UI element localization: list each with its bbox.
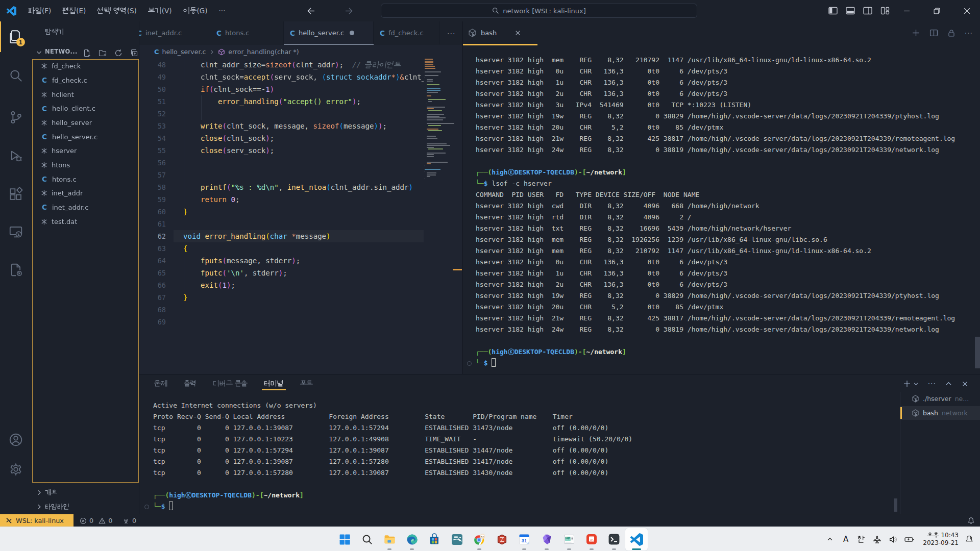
activity-search[interactable] bbox=[0, 60, 32, 91]
panel-tab-출력[interactable] bbox=[183, 375, 198, 392]
file-item-inet_addr.c[interactable]: Cinet_addr.c bbox=[32, 201, 139, 215]
panel-maximize-icon[interactable] bbox=[945, 380, 952, 388]
editor-tab-fd_check.c[interactable]: Cfd_check.c bbox=[374, 21, 440, 44]
panel-tab-포트[interactable] bbox=[299, 375, 314, 392]
code-editor[interactable]: C hello_server.c error_handling(char *) … bbox=[139, 45, 462, 374]
nav-back-button[interactable] bbox=[303, 3, 318, 18]
nav-forward-button[interactable] bbox=[341, 3, 357, 18]
lock-icon[interactable] bbox=[947, 29, 955, 37]
file-item-hserver[interactable]: hserver bbox=[32, 144, 139, 158]
hidden-icons-chevron[interactable] bbox=[826, 536, 834, 543]
tab-overflow-more[interactable]: ··· bbox=[447, 30, 455, 38]
taskbar-chrome[interactable] bbox=[468, 528, 491, 550]
breadcrumb[interactable]: C hello_server.c error_handling(char *) bbox=[154, 45, 299, 59]
taskbar-calendar[interactable]: 31 bbox=[513, 528, 535, 550]
file-item-inet_addr[interactable]: inet_addr bbox=[32, 186, 139, 201]
menu-item-1[interactable]: (E) bbox=[57, 4, 91, 18]
panel-tab-디버그 콘솔[interactable] bbox=[212, 375, 249, 392]
toggle-secondary-sidebar-icon[interactable] bbox=[863, 6, 873, 16]
minimap[interactable] bbox=[424, 59, 455, 374]
panel-terminal-scrollbar[interactable] bbox=[894, 498, 897, 512]
menu-item-3[interactable]: (V) bbox=[142, 4, 178, 18]
breadcrumb-file[interactable]: hello_server.c bbox=[162, 48, 206, 56]
taskbar-store[interactable] bbox=[423, 528, 446, 550]
file-item-hclient[interactable]: hclient bbox=[32, 87, 139, 102]
explorer-section-header[interactable]: NETWO... bbox=[32, 45, 139, 59]
more-actions-icon[interactable]: ··· bbox=[965, 29, 973, 37]
notifications-bell[interactable] bbox=[967, 514, 975, 527]
taskbar-notes[interactable] bbox=[580, 528, 603, 550]
battery-icon[interactable] bbox=[904, 535, 914, 544]
file-item-fd_check.c[interactable]: Cfd_check.c bbox=[32, 73, 139, 88]
airplane-icon[interactable] bbox=[873, 535, 881, 544]
activity-remote-explorer[interactable] bbox=[0, 217, 32, 247]
clock[interactable]: 10:43 2023-09-21 bbox=[923, 532, 959, 547]
terminal-scrollbar[interactable] bbox=[975, 337, 980, 368]
volume-icon[interactable] bbox=[889, 535, 897, 544]
problems-status[interactable]: 0 0 bbox=[80, 514, 112, 527]
refresh-button[interactable] bbox=[114, 47, 122, 57]
terminal-dropdown-icon[interactable] bbox=[913, 381, 919, 387]
panel-close-icon[interactable] bbox=[961, 380, 969, 388]
taskbar-start[interactable] bbox=[333, 528, 356, 550]
panel-more-icon[interactable]: ··· bbox=[928, 380, 936, 388]
file-item-fd_check[interactable]: fd_check bbox=[32, 59, 139, 73]
toggle-panel-icon[interactable] bbox=[845, 6, 855, 16]
file-item-test.dat[interactable]: test.dat bbox=[32, 214, 139, 229]
panel-tab-문제[interactable] bbox=[153, 375, 168, 392]
activity-run-debug[interactable] bbox=[0, 141, 32, 171]
menu-more[interactable]: ··· bbox=[213, 4, 231, 18]
command-decoration[interactable] bbox=[144, 505, 149, 509]
toggle-sidebar-icon[interactable] bbox=[828, 6, 838, 16]
taskbar-kali[interactable] bbox=[446, 528, 468, 550]
window-restore-button[interactable] bbox=[925, 0, 948, 21]
split-terminal-icon[interactable] bbox=[929, 29, 938, 37]
activity-extensions[interactable] bbox=[0, 179, 32, 210]
menu-item-4[interactable]: (G) bbox=[178, 4, 213, 18]
taskbar-edge[interactable] bbox=[401, 528, 423, 550]
editor-tab-htons.c[interactable]: Chtons.c bbox=[210, 21, 284, 44]
terminal-tab-bash[interactable]: bash bbox=[463, 21, 537, 44]
close-icon[interactable] bbox=[514, 29, 522, 37]
breadcrumb-symbol[interactable]: error_handling(char *) bbox=[228, 48, 299, 56]
outline-section[interactable] bbox=[32, 486, 139, 499]
taskbar-terminal[interactable] bbox=[603, 528, 625, 550]
taskbar-obsidian[interactable] bbox=[535, 528, 558, 550]
remote-indicator[interactable]: WSL: kali-linux bbox=[0, 514, 74, 527]
taskbar-explorer[interactable] bbox=[378, 528, 401, 550]
window-minimize-button[interactable] bbox=[895, 0, 918, 21]
activity-settings[interactable] bbox=[0, 454, 32, 485]
notification-bell-icon[interactable] bbox=[965, 535, 974, 544]
command-center[interactable]: network [WSL: kali-linux] bbox=[381, 4, 697, 18]
activity-wsl-targets[interactable] bbox=[0, 255, 32, 285]
ports-status[interactable]: 0 bbox=[122, 514, 136, 527]
new-terminal-icon[interactable] bbox=[903, 380, 911, 388]
file-item-hello_server[interactable]: hello_server bbox=[32, 116, 139, 130]
terminal-list-item-./hserver[interactable]: ./hserverne... bbox=[900, 392, 980, 406]
timeline-section[interactable] bbox=[32, 500, 139, 514]
menu-item-0[interactable]: (F) bbox=[22, 4, 57, 18]
modified-dot-icon[interactable] bbox=[350, 31, 354, 35]
taskbar-capture[interactable] bbox=[558, 528, 580, 550]
code-area[interactable]: 48 clnt_addr_size=sizeof(clnt_addr); // … bbox=[139, 59, 462, 374]
new-file-button[interactable] bbox=[83, 47, 91, 57]
editor-tab-hello_server.c[interactable]: Chello_server.c bbox=[284, 21, 374, 44]
panel-tab-터미널[interactable] bbox=[263, 375, 284, 392]
ime-lang[interactable] bbox=[857, 535, 865, 543]
activity-source-control[interactable] bbox=[0, 102, 32, 133]
terminal-list-item-bash[interactable]: bashnetwork bbox=[900, 406, 980, 420]
editor-tab-inet_addr.c[interactable]: Cinet_addr.c bbox=[139, 21, 210, 44]
new-terminal-icon[interactable] bbox=[912, 29, 920, 37]
file-item-htons[interactable]: htons bbox=[32, 158, 139, 172]
window-close-button[interactable] bbox=[955, 0, 979, 21]
collapse-all-button[interactable] bbox=[130, 47, 138, 57]
menu-item-2[interactable]: (S) bbox=[91, 4, 142, 18]
taskbar-vscode[interactable] bbox=[625, 528, 648, 550]
command-decoration[interactable] bbox=[467, 361, 472, 366]
file-item-hello_client.c[interactable]: Chello_client.c bbox=[32, 102, 139, 116]
ime-mode[interactable]: A bbox=[843, 535, 848, 544]
activity-accounts[interactable] bbox=[0, 424, 32, 455]
file-item-htons.c[interactable]: Chtons.c bbox=[32, 172, 139, 186]
activity-explorer[interactable]: 1 bbox=[0, 21, 32, 52]
taskbar-zotero[interactable] bbox=[491, 528, 513, 550]
